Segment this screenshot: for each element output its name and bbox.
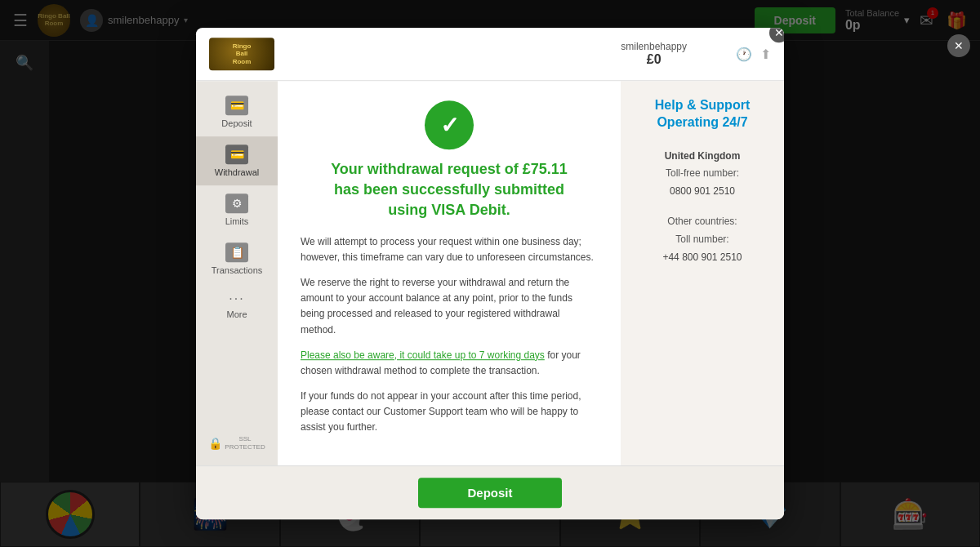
modal-header-user: smilenbehappy £0 [621,41,687,67]
uk-region-title: United Kingdom [665,148,741,166]
limits-sidebar-label: Limits [225,216,249,226]
uk-phone-number: 0800 901 2510 [665,183,741,201]
modal-footer: Deposit [196,465,784,519]
sidebar-item-transactions[interactable]: 📋 Transactions [196,234,278,283]
withdrawal-confirmation-modal: Ringo Ball Room smilenbehappy £0 🕐 ⬆ ✕ 💳… [196,28,784,519]
other-phone-number: +44 800 901 2510 [662,249,742,267]
lock-icon: 🔒 [208,437,222,450]
body-text-4: If your funds do not appear in your acco… [301,389,598,436]
modal-export-icon[interactable]: ⬆ [760,47,771,62]
more-dots-icon: ··· [229,291,244,306]
body-text-1: We will attempt to process your request … [301,234,598,265]
withdrawal-sidebar-icon: 💳 [225,145,248,164]
other-toll-label: Toll number: [662,231,742,249]
modal-header-icons: 🕐 ⬆ [736,47,771,62]
success-circle: ✓ [425,100,474,149]
transactions-sidebar-icon: 📋 [225,242,248,262]
sidebar-item-more[interactable]: ··· More [196,283,278,327]
modal-header: Ringo Ball Room smilenbehappy £0 🕐 ⬆ ✕ [196,28,784,81]
support-title: Help & Support Operating 24/7 [655,97,750,131]
withdrawal-sidebar-label: Withdrawal [215,167,259,177]
modal-main-content: ✓ Your withdrawal request of £75.11 has … [278,81,621,465]
ssl-text: SSL PROTECTED [225,435,265,452]
other-support-region: Other countries: Toll number: +44 800 90… [662,214,742,267]
uk-toll-free-label: Toll-free number: [665,165,741,183]
clock-icon[interactable]: 🕐 [736,47,752,62]
success-title: Your withdrawal request of £75.11 has be… [331,159,568,221]
deposit-sidebar-icon: 💳 [225,96,248,115]
checkmark-icon: ✓ [440,112,459,139]
page-close-button[interactable]: ✕ [947,34,970,57]
modal-logo: Ringo Ball Room [209,38,274,70]
support-panel: Help & Support Operating 24/7 United Kin… [621,81,784,465]
footer-deposit-button[interactable]: Deposit [418,478,561,508]
modal-close-button[interactable]: ✕ [768,28,784,44]
modal-body: 💳 Deposit 💳 Withdrawal ⚙ Limits 📋 Transa… [196,81,784,465]
more-sidebar-label: More [226,309,247,319]
transactions-sidebar-label: Transactions [212,265,263,275]
modal-sidebar: 💳 Deposit 💳 Withdrawal ⚙ Limits 📋 Transa… [196,81,278,465]
body-text-highlight: Please also be aware, it could take up t… [301,349,547,361]
sidebar-item-limits[interactable]: ⚙ Limits [196,185,278,234]
modal-username: smilenbehappy [621,41,687,52]
body-text-2: We reserve the right to reverse your wit… [301,275,598,338]
sidebar-item-deposit[interactable]: 💳 Deposit [196,87,278,136]
success-section: ✓ Your withdrawal request of £75.11 has … [301,100,598,221]
modal-balance: £0 [621,52,687,67]
limits-sidebar-icon: ⚙ [225,193,248,213]
deposit-sidebar-label: Deposit [221,118,252,128]
other-region-label: Other countries: [662,214,742,232]
ssl-badge: 🔒 SSL PROTECTED [202,429,271,459]
uk-support-region: United Kingdom Toll-free number: 0800 90… [665,148,741,201]
body-text-3: Please also be aware, it could take up t… [301,348,598,379]
sidebar-item-withdrawal[interactable]: 💳 Withdrawal [196,136,278,185]
